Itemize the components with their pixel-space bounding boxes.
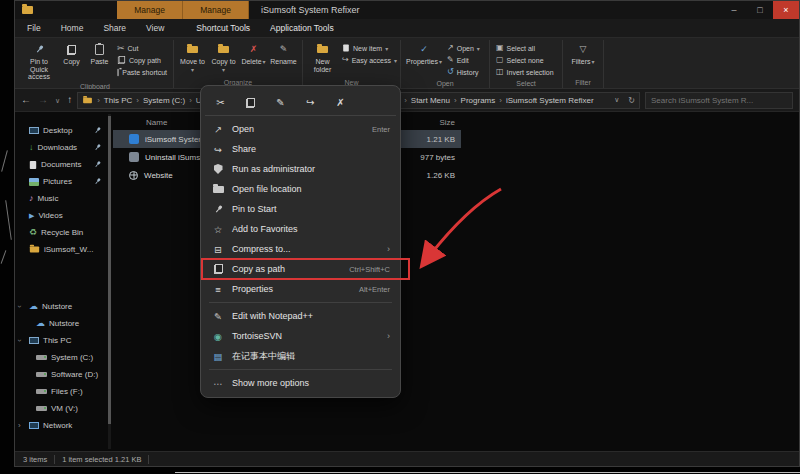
sidebar-label: Desktop [43,126,72,135]
tab-file[interactable]: File [17,19,51,37]
sidebar-label: iSumsoft_W... [44,245,93,254]
filters-button[interactable]: ▽ Filters▾ [566,40,600,77]
delete-button[interactable]: ✗ Delete▾ [239,40,268,77]
sidebar-item-videos[interactable]: ▶Videos [15,207,107,224]
chevron-down-icon[interactable]: › [15,305,24,308]
back-button[interactable]: ← [21,95,31,105]
sidebar-item-desktop[interactable]: Desktop [15,122,107,139]
properties-button[interactable]: ✓ Properties▾ [404,40,444,78]
history-button[interactable]: ↺History [444,66,486,78]
search-input[interactable] [651,96,787,105]
menu-item-pin-to-start[interactable]: Pin to Start [205,199,396,219]
copy-path-icon [118,56,125,64]
breadcrumb-system-c[interactable]: System (C:) [143,96,185,105]
sidebar-item-pictures[interactable]: Pictures [15,173,107,190]
up-button[interactable]: ↑ [67,95,72,105]
paste-button[interactable]: Paste [85,40,114,81]
copy-path-button[interactable]: Copy path [114,54,170,66]
rename-button[interactable]: ✎ Rename [268,40,299,77]
sidebar-item-software-d[interactable]: Software (D:) [15,366,107,383]
select-none-button[interactable]: ▢Select none [493,54,559,66]
tab-application-tools[interactable]: Application Tools [260,19,344,37]
edit-button[interactable]: ✎Edit [444,54,486,66]
invert-selection-icon: ◫ [496,68,504,76]
breadcrumb-isumsoft-system-refixer[interactable]: iSumsoft System Refixer [506,96,594,105]
menu-item-show-more-options[interactable]: ⋯Show more options [205,373,396,393]
menu-item-compress-to[interactable]: ⊟Compress to...› [205,239,396,259]
copy-button[interactable]: Copy [58,40,85,81]
new-folder-button[interactable]: New folder [306,40,339,77]
menu-item-edit-in-notepad-cn[interactable]: ▤在记事本中编辑 [205,346,396,366]
filter-group-label: Filter [566,77,600,88]
sidebar-label: Music [38,194,59,203]
breadcrumb-this-pc[interactable]: This PC [104,96,132,105]
open-button[interactable]: ↗Open▾ [444,42,486,54]
select-all-button[interactable]: ▣Select all [493,42,559,54]
share-icon: ↪ [211,144,225,155]
close-button[interactable]: × [773,1,799,19]
menu-item-open[interactable]: ↗OpenEnter [205,119,396,139]
pin-icon [33,43,46,56]
refresh-icon[interactable]: ↻ [628,96,635,105]
manage-tab-application-tools[interactable]: Manage [183,1,249,19]
recent-locations-dropdown[interactable]: ∨ [55,97,60,104]
tab-shortcut-tools[interactable]: Shortcut Tools [186,19,260,37]
cut-button[interactable]: ✂Cut [114,42,170,54]
menu-item-share[interactable]: ↪Share [205,139,396,159]
sidebar-scrollbar[interactable] [108,114,111,449]
minimize-button[interactable]: – [721,1,747,19]
menu-shortcut: Alt+Enter [359,285,390,294]
menu-item-properties[interactable]: ≡PropertiesAlt+Enter [205,279,396,299]
menu-item-tortoisesvn[interactable]: ◉TortoiseSVN› [205,326,396,346]
copy-to-button[interactable]: Copy to▾ [208,40,239,77]
manage-tab-shortcut-tools[interactable]: Manage [117,1,183,19]
forward-button[interactable]: → [38,95,48,105]
sidebar-item-files-f[interactable]: Files (F:) [15,383,107,400]
copy-icon [246,98,255,108]
menu-item-add-to-favorites[interactable]: ☆Add to Favorites [205,219,396,239]
sidebar-item-music[interactable]: ♪Music [15,190,107,207]
copy-button[interactable] [238,92,263,114]
paste-shortcut-button[interactable]: Paste shortcut [114,66,170,78]
sidebar-item-nutstore[interactable]: ☁Nutstore [15,315,107,332]
menu-item-open-file-location[interactable]: Open file location [205,179,396,199]
sidebar-item-downloads[interactable]: ↓Downloads [15,139,107,156]
invert-selection-button[interactable]: ◫Invert selection [493,66,559,78]
rename-button[interactable]: ✎ [268,92,293,114]
breadcrumb-programs[interactable]: Programs [461,96,496,105]
new-item-button[interactable]: New item▾ [339,42,397,54]
breadcrumb-start-menu[interactable]: Start Menu [411,96,450,105]
column-header-size[interactable]: Size [403,118,461,127]
menu-item-run-as-administrator[interactable]: Run as administrator [205,159,396,179]
sidebar-group-nutstore[interactable]: ›☁Nutstore [15,298,107,315]
move-to-button[interactable]: Move to▾ [177,40,208,77]
search-box[interactable] [645,92,793,109]
tab-share[interactable]: Share [93,19,136,37]
chevron-down-icon[interactable]: › [15,339,24,342]
scrollbar-thumb[interactable] [108,116,111,424]
sidebar-item-vm-v[interactable]: VM (V:) [15,400,107,417]
app-icon [129,152,139,162]
dropdown-arrow-icon: ▾ [263,59,266,66]
open-icon: ↗ [447,44,454,52]
easy-access-button[interactable]: ↪Easy access▾ [339,54,397,66]
delete-button[interactable]: ✗ [328,92,353,114]
menu-item-edit-with-notepadpp[interactable]: ✎Edit with Notepad++ [205,306,396,326]
share-button[interactable]: ↪ [298,92,323,114]
chevron-right-icon[interactable]: › [18,421,21,430]
address-dropdown-icon[interactable]: ∨ [614,96,619,105]
menu-item-copy-as-path[interactable]: Copy as pathCtrl+Shift+C [205,259,396,279]
tab-view[interactable]: View [136,19,174,37]
ribbon-group-filter: ▽ Filters▾ Filter [563,40,604,88]
sidebar-item-system-c[interactable]: System (C:) [15,349,107,366]
sidebar-item-documents[interactable]: Documents [15,156,107,173]
sidebar-group-this-pc[interactable]: ›This PC [15,332,107,349]
tab-home[interactable]: Home [51,19,94,37]
maximize-button[interactable]: □ [747,1,773,19]
sidebar-item-recycle-bin[interactable]: ♻Recycle Bin [15,224,107,241]
pin-to-quick-access-button[interactable]: Pin to Quick access [20,40,58,81]
sidebar-group-network[interactable]: ›Network [15,417,107,434]
sidebar-item-isumsoft-folder[interactable]: iSumsoft_W... [15,241,107,258]
cut-button[interactable]: ✂ [208,92,233,114]
drive-icon [36,355,47,360]
